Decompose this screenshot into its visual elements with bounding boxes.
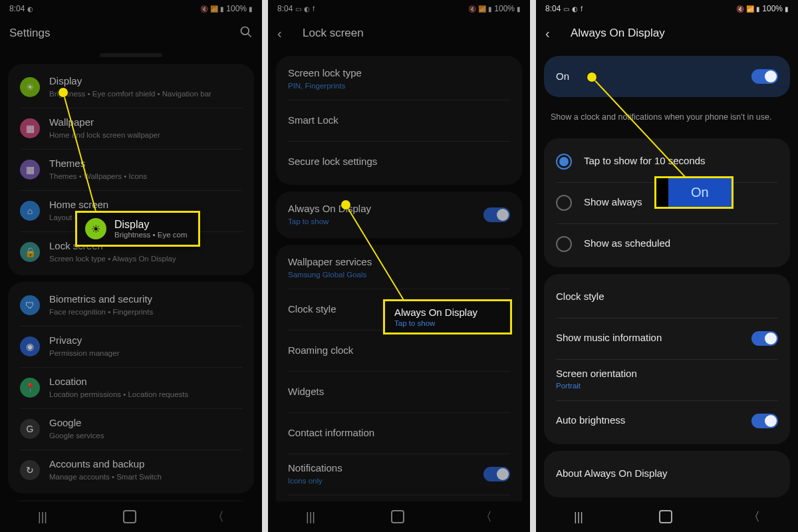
lock-screen-icon: 🔒 (20, 242, 40, 262)
battery-icon: ▮ (517, 5, 521, 13)
nav-bar: ||| 〈 (0, 501, 262, 532)
wifi-icon: 📶 (478, 5, 486, 13)
settings-item-wallpaper[interactable]: ▦WallpaperHome and lock screen wallpaper (8, 108, 254, 149)
page-title: Lock screen (303, 27, 364, 40)
aod-master-toggle[interactable]: On (544, 56, 790, 97)
settings-item-privacy[interactable]: ◉PrivacyPermission manager (8, 326, 254, 367)
status-time: 8:04 (277, 4, 293, 13)
radio-icon (556, 236, 572, 252)
lock-group-1: Screen lock typePIN, Fingerprints Smart … (276, 56, 522, 185)
battery-icon: ▮ (785, 5, 789, 13)
item-screen-lock-type[interactable]: Screen lock typePIN, Fingerprints (276, 59, 522, 100)
home-screen-icon: ⌂ (20, 201, 40, 221)
scroll-hint (100, 53, 162, 57)
nav-back-icon[interactable]: 〈 (212, 509, 224, 525)
themes-icon: ▦ (20, 160, 40, 180)
screen-settings: 8:04◐ 🔇📶▮100%▮ Settings ☀DisplayBrightne… (0, 0, 262, 532)
notifications-toggle[interactable] (483, 467, 510, 481)
nav-back-icon[interactable]: 〈 (748, 509, 760, 525)
brightness-toggle[interactable] (751, 414, 778, 428)
status-time: 8:04 (545, 4, 561, 13)
clock-icon: ◐ (304, 5, 310, 13)
nav-back-icon[interactable]: 〈 (480, 509, 492, 525)
header: ‹ Lock screen (268, 17, 530, 49)
item-clock-style[interactable]: Clock style (544, 277, 790, 318)
nav-home-icon[interactable] (659, 510, 672, 523)
svg-point-0 (241, 27, 249, 35)
status-bar: 8:04▭◐f 🔇📶▮100%▮ (268, 0, 530, 17)
svg-line-1 (248, 33, 251, 37)
header: Settings (0, 17, 262, 49)
aod-group-3: About Always On Display (544, 451, 790, 497)
callout-on: On (654, 176, 733, 209)
wifi-icon: 📶 (746, 5, 754, 13)
item-smart-lock[interactable]: Smart Lock (276, 100, 522, 141)
back-icon[interactable]: ‹ (545, 26, 561, 41)
item-wallpaper-services[interactable]: Wallpaper servicesSamsung Global Goals (276, 247, 522, 289)
signal-icon: ▮ (220, 5, 224, 13)
lock-group-2: Always On DisplayTap to show (276, 192, 522, 238)
item-widgets[interactable]: Widgets (276, 371, 522, 412)
item-auto-brightness[interactable]: Auto brightness (544, 400, 790, 442)
item-screen-orientation[interactable]: Screen orientationPortrait (544, 359, 790, 400)
item-always-on-display[interactable]: Always On DisplayTap to show (276, 194, 522, 235)
aod-on-toggle[interactable] (751, 69, 778, 84)
item-about-aod[interactable]: About Always On Display (544, 454, 790, 495)
nav-bar: ||| 〈 (536, 501, 798, 532)
settings-item-google[interactable]: GGoogleGoogle services (8, 408, 254, 450)
screen-lock-screen: 8:04▭◐f 🔇📶▮100%▮ ‹ Lock screen Screen lo… (268, 0, 530, 532)
status-battery: 100% (226, 4, 247, 13)
annotation-dot (341, 200, 350, 209)
facebook-icon: f (313, 5, 315, 13)
gallery-icon: ▭ (563, 5, 569, 13)
aod-toggle[interactable] (483, 207, 510, 222)
page-title: Always On Display (571, 27, 665, 40)
nav-recents-icon[interactable]: ||| (306, 510, 315, 524)
wallpaper-icon: ▦ (20, 118, 40, 138)
page-title: Settings (9, 27, 50, 40)
accounts-icon: ↻ (20, 460, 40, 480)
radio-icon (556, 154, 572, 170)
item-roaming-clock[interactable]: Roaming clock (276, 330, 522, 371)
item-notifications[interactable]: NotificationsIcons only (276, 454, 522, 495)
shield-icon: 🛡 (20, 295, 40, 315)
status-time: 8:04 (9, 4, 25, 13)
item-secure-lock-settings[interactable]: Secure lock settings (276, 141, 522, 182)
nav-recents-icon[interactable]: ||| (38, 510, 47, 524)
screen-always-on-display: 8:04▭◐f 🔇📶▮100%▮ ‹ Always On Display On … (536, 0, 798, 532)
location-icon: 📍 (20, 378, 40, 398)
item-shortcuts[interactable]: ShortcutsPhone, Camera (276, 495, 522, 501)
status-battery: 100% (494, 4, 515, 13)
callout-aod: Always On Display Tap to show (383, 299, 512, 334)
settings-item-location[interactable]: 📍LocationLocation permissions • Location… (8, 367, 254, 408)
google-icon: G (20, 419, 40, 439)
nav-home-icon[interactable] (391, 510, 404, 523)
radio-show-scheduled[interactable]: Show as scheduled (544, 223, 790, 265)
battery-icon: ▮ (249, 5, 253, 13)
clock-icon: ◐ (572, 5, 578, 13)
search-icon[interactable] (239, 25, 253, 42)
signal-icon: ▮ (756, 5, 760, 13)
nav-home-icon[interactable] (123, 510, 136, 523)
mute-icon: 🔇 (468, 5, 476, 13)
item-contact-information[interactable]: Contact information (276, 412, 522, 454)
settings-item-display[interactable]: ☀DisplayBrightness • Eye comfort shield … (8, 66, 254, 108)
settings-item-accounts[interactable]: ↻Accounts and backupManage accounts • Sm… (8, 450, 254, 491)
annotation-dot (59, 88, 68, 97)
callout-display: ☀ DisplayBrightness • Eye com (75, 211, 200, 247)
gallery-icon: ▭ (295, 5, 301, 13)
mute-icon: 🔇 (200, 5, 208, 13)
status-battery: 100% (762, 4, 783, 13)
item-music-info[interactable]: Show music information (544, 318, 790, 359)
settings-item-biometrics[interactable]: 🛡Biometrics and securityFace recognition… (8, 285, 254, 326)
nav-recents-icon[interactable]: ||| (574, 510, 583, 524)
nav-bar: ||| 〈 (268, 501, 530, 532)
aod-description: Show a clock and notifications when your… (536, 104, 798, 132)
status-bar: 8:04▭◐f 🔇📶▮100%▮ (536, 0, 798, 17)
settings-item-themes[interactable]: ▦ThemesThemes • Wallpapers • Icons (8, 149, 254, 190)
signal-icon: ▮ (488, 5, 492, 13)
back-icon[interactable]: ‹ (277, 26, 293, 41)
radio-icon (556, 195, 572, 211)
display-icon: ☀ (20, 77, 40, 97)
music-toggle[interactable] (751, 331, 778, 346)
